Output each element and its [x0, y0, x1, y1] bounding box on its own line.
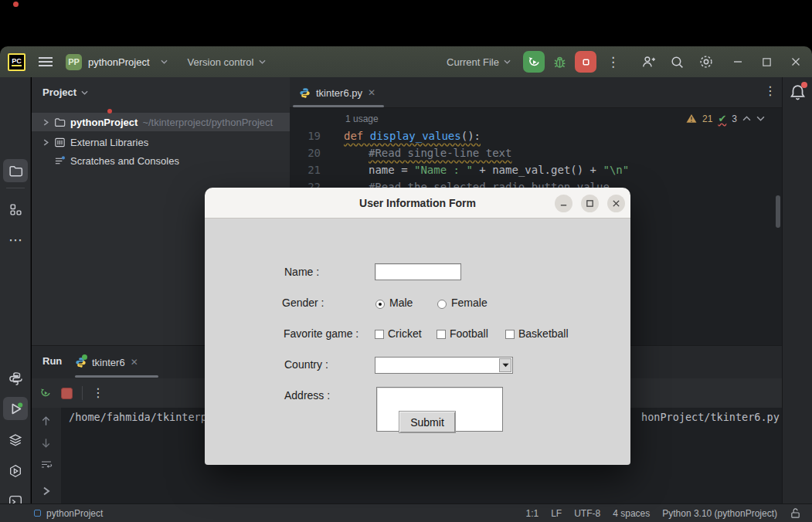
structure-tool-icon[interactable] [3, 198, 28, 221]
recording-indicator-dot [107, 109, 112, 114]
python-file-icon [299, 87, 311, 99]
running-indicator-dot [82, 354, 87, 360]
editor-tab-tkinter6[interactable]: tkinter6.py ✕ [293, 81, 382, 104]
close-window-icon[interactable] [790, 56, 801, 67]
cricket-checkbox[interactable] [375, 330, 384, 339]
tree-item-external-libraries[interactable]: External Libraries [32, 133, 290, 151]
debug-button[interactable] [552, 55, 567, 69]
minimize-window-icon[interactable] [732, 56, 743, 67]
active-tab-indicator [75, 375, 158, 378]
settings-gear-icon[interactable] [698, 54, 714, 69]
male-radio[interactable] [375, 300, 385, 309]
run-panel-title[interactable]: Run [42, 355, 62, 367]
vertical-scrollbar[interactable] [776, 195, 780, 228]
lock-open-icon[interactable] [790, 507, 801, 519]
toolbar-divider [82, 386, 83, 400]
basketball-checkbox[interactable] [505, 330, 515, 339]
warning-count: 21 [702, 114, 712, 124]
tree-item-python-project[interactable]: pythonProject ~/tkinterproject/pythonPro… [32, 113, 290, 131]
project-name: pythonProject [88, 56, 150, 68]
country-combobox[interactable] [375, 357, 513, 374]
run-config-selector[interactable]: Current File [447, 56, 511, 68]
stop-console-icon[interactable] [61, 388, 73, 399]
python-interpreter[interactable]: Python 3.10 (pythonProject) [662, 508, 777, 519]
services-layers-icon[interactable] [3, 429, 28, 452]
line-separator[interactable]: LF [551, 508, 562, 519]
rerun-button[interactable] [523, 51, 545, 73]
tree-item-label: pythonProject [70, 117, 138, 128]
module-icon [34, 510, 41, 517]
inspections-widget[interactable]: 21 ✔ 3 [686, 113, 765, 124]
chevron-down-icon [161, 59, 168, 64]
close-tab-icon[interactable]: ✕ [131, 357, 138, 368]
name-input[interactable] [375, 263, 461, 280]
tree-item-label: Scratches and Consoles [70, 155, 179, 167]
project-panel-header[interactable]: Project [32, 77, 290, 98]
notifications-bell-icon[interactable] [789, 83, 807, 101]
version-control-widget[interactable]: Version control [188, 56, 266, 68]
notification-badge [801, 82, 807, 88]
project-tool-icon[interactable] [3, 159, 28, 182]
chevron-up-icon[interactable] [742, 116, 751, 121]
cricket-option-label[interactable]: Cricket [388, 327, 422, 340]
caret-position[interactable]: 1:1 [526, 508, 539, 519]
chevron-right-icon[interactable] [42, 486, 51, 496]
project-panel-title: Project [42, 86, 76, 98]
dialog-close-icon[interactable] [607, 195, 625, 212]
submit-button[interactable]: Submit [399, 411, 456, 433]
chevron-down-icon[interactable] [756, 116, 765, 121]
basketball-option-label[interactable]: Basketball [518, 327, 569, 340]
female-radio[interactable] [437, 300, 447, 309]
dialog-titlebar[interactable]: User Information Form [205, 188, 630, 219]
line-number: 20 [296, 147, 321, 159]
tree-item-path: ~/tkinterproject/pythonProject [142, 117, 273, 128]
arrow-up-icon[interactable] [40, 415, 52, 427]
warning-triangle-icon [686, 114, 697, 124]
run-tab-tkinter6[interactable]: tkinter6 ✕ [75, 351, 138, 373]
more-actions-icon[interactable]: ⋮ [606, 56, 620, 69]
rerun-console-icon[interactable] [39, 387, 52, 399]
status-project-widget[interactable]: pythonProject [0, 508, 103, 519]
pycharm-logo-icon[interactable]: PC [8, 53, 25, 71]
run-anything-hexagon-icon[interactable] [3, 459, 28, 483]
country-label: Country : [284, 358, 328, 371]
hamburger-menu-icon[interactable] [38, 56, 53, 67]
right-tool-stripe [782, 77, 812, 503]
arrow-down-icon[interactable] [40, 437, 52, 449]
code-line-21: name = "Name : " + name_val.get() + "\n" [369, 164, 629, 176]
search-icon[interactable] [670, 55, 685, 69]
female-option-label[interactable]: Female [451, 297, 488, 309]
project-widget[interactable]: PP pythonProject [66, 54, 168, 70]
close-tab-icon[interactable]: ✕ [368, 87, 375, 98]
editor-options-icon[interactable]: ⋮ [764, 85, 776, 97]
stop-button[interactable] [575, 51, 596, 73]
combobox-arrow-icon[interactable] [499, 358, 511, 372]
check-count: 3 [732, 114, 737, 124]
stripe-divider [6, 188, 25, 188]
status-bar: pythonProject 1:1 LF UTF-8 4 spaces Pyth… [0, 503, 812, 522]
file-encoding[interactable]: UTF-8 [574, 508, 600, 519]
dialog-minimize-icon[interactable] [555, 195, 572, 212]
usage-hint[interactable]: 1 usage [345, 114, 379, 124]
add-user-icon[interactable] [641, 55, 656, 69]
run-tool-icon[interactable] [3, 397, 28, 420]
left-tool-stripe: ⋯ [0, 77, 31, 503]
tree-item-scratches[interactable]: Scratches and Consoles [32, 151, 290, 170]
python-console-icon[interactable] [3, 367, 28, 390]
chevron-right-icon[interactable] [42, 119, 49, 126]
console-options-icon[interactable]: ⋮ [92, 387, 104, 399]
more-tools-icon[interactable]: ⋯ [3, 229, 28, 252]
dialog-maximize-icon[interactable] [581, 195, 599, 212]
indent-style[interactable]: 4 spaces [613, 508, 650, 519]
soft-wrap-icon[interactable] [40, 458, 53, 470]
maximize-window-icon[interactable] [762, 57, 772, 67]
active-tab-indicator [293, 105, 384, 107]
football-option-label[interactable]: Football [450, 327, 488, 340]
chevron-right-icon[interactable] [42, 139, 49, 146]
main-toolbar: PC PP pythonProject Version control Curr… [0, 46, 812, 77]
football-checkbox[interactable] [437, 330, 446, 339]
male-option-label[interactable]: Male [389, 297, 413, 309]
console-gutter [32, 408, 61, 504]
chevron-down-icon [504, 59, 511, 64]
screen: PC PP pythonProject Version control Curr… [0, 0, 812, 522]
